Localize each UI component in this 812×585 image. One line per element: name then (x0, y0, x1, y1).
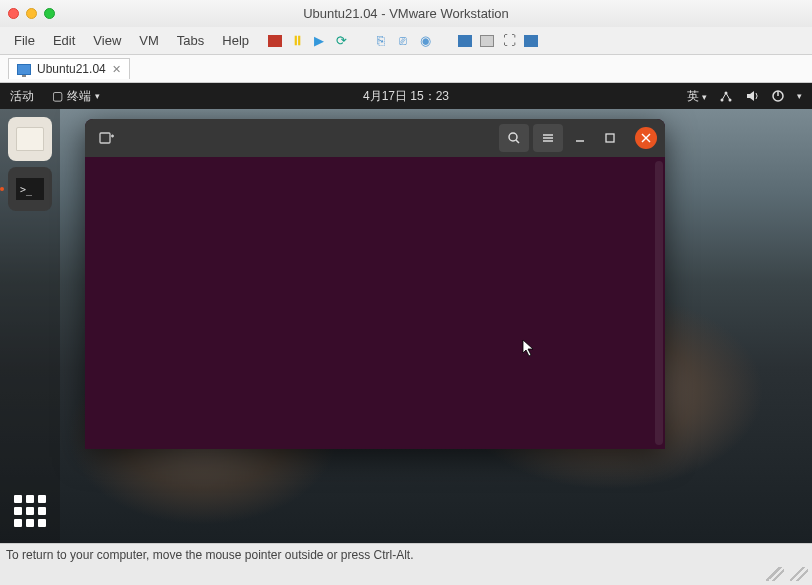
dock-item-terminal[interactable]: >_ (8, 167, 52, 211)
chevron-down-icon: ▾ (797, 91, 802, 101)
toolbar: ⏸ ▶ ⟳ ⎘ ⎚ ◉ ⛶ (267, 33, 539, 49)
snapshot-manager-icon[interactable]: ⎚ (395, 33, 411, 49)
maximize-button[interactable] (597, 125, 623, 151)
scrollbar[interactable] (655, 161, 663, 445)
snapshot-icon[interactable]: ⎘ (373, 33, 389, 49)
vm-tab-label: Ubuntu21.04 (37, 62, 106, 76)
hamburger-menu-button[interactable] (533, 124, 563, 152)
power-icon[interactable] (771, 89, 785, 103)
terminal-headerbar (85, 119, 665, 157)
camera-icon[interactable]: ◉ (417, 33, 433, 49)
fullscreen-icon[interactable]: ⛶ (501, 33, 517, 49)
grip-icon (790, 567, 808, 581)
grip-icon (766, 567, 784, 581)
host-titlebar: Ubuntu21.04 - VMware Workstation (0, 0, 812, 27)
refresh-icon[interactable]: ⟳ (333, 33, 349, 49)
record-icon[interactable] (267, 33, 283, 49)
svg-rect-12 (606, 134, 614, 142)
chevron-down-icon: ▾ (95, 91, 100, 101)
close-button[interactable] (8, 8, 19, 19)
minimize-button[interactable] (26, 8, 37, 19)
activities-button[interactable]: 活动 (10, 88, 34, 105)
seamless-icon[interactable] (523, 33, 539, 49)
new-tab-button[interactable] (93, 124, 121, 152)
search-button[interactable] (499, 124, 529, 152)
menu-vm[interactable]: VM (131, 30, 167, 51)
terminal-icon: ▢ (52, 89, 63, 103)
terminal-window[interactable] (85, 119, 665, 449)
zoom-button[interactable] (44, 8, 55, 19)
svg-line-7 (516, 140, 519, 143)
vm-viewport[interactable]: 活动 ▢ 终端 ▾ 4月17日 15：23 英 ▾ ▾ (0, 83, 812, 543)
window-title: Ubuntu21.04 - VMware Workstation (0, 6, 812, 21)
unity-icon[interactable] (457, 33, 473, 49)
terminal-body[interactable] (85, 157, 665, 449)
play-icon[interactable]: ▶ (311, 33, 327, 49)
vm-icon (17, 64, 31, 75)
menu-view[interactable]: View (85, 30, 129, 51)
menubar: File Edit View VM Tabs Help ⏸ ▶ ⟳ ⎘ ⎚ ◉ … (0, 27, 812, 55)
terminal-prompt-icon: >_ (16, 178, 44, 200)
volume-icon[interactable] (745, 89, 759, 103)
minimize-button[interactable] (567, 125, 593, 151)
network-icon[interactable] (719, 89, 733, 103)
dock-item-files[interactable] (8, 117, 52, 161)
window-controls (8, 8, 55, 19)
gnome-topbar: 活动 ▢ 终端 ▾ 4月17日 15：23 英 ▾ ▾ (0, 83, 812, 109)
console-icon[interactable] (479, 33, 495, 49)
pause-icon[interactable]: ⏸ (289, 33, 305, 49)
statusbar: To return to your computer, move the mou… (0, 543, 812, 585)
status-text: To return to your computer, move the mou… (6, 548, 414, 562)
app-menu-label: 终端 (67, 88, 91, 105)
svg-point-6 (509, 133, 517, 141)
dock: >_ (0, 109, 60, 543)
menu-edit[interactable]: Edit (45, 30, 83, 51)
tab-close-icon[interactable]: ✕ (112, 63, 121, 76)
app-menu[interactable]: ▢ 终端 ▾ (46, 86, 106, 107)
svg-rect-5 (100, 133, 110, 143)
tabstrip: Ubuntu21.04 ✕ (0, 55, 812, 83)
input-method[interactable]: 英 ▾ (687, 88, 707, 105)
resize-grips (766, 567, 808, 581)
vm-tab[interactable]: Ubuntu21.04 ✕ (8, 58, 130, 79)
menu-file[interactable]: File (6, 30, 43, 51)
dock-show-applications[interactable] (8, 489, 52, 533)
menu-help[interactable]: Help (214, 30, 257, 51)
menu-tabs[interactable]: Tabs (169, 30, 212, 51)
close-button[interactable] (635, 127, 657, 149)
cursor-icon (522, 339, 536, 357)
